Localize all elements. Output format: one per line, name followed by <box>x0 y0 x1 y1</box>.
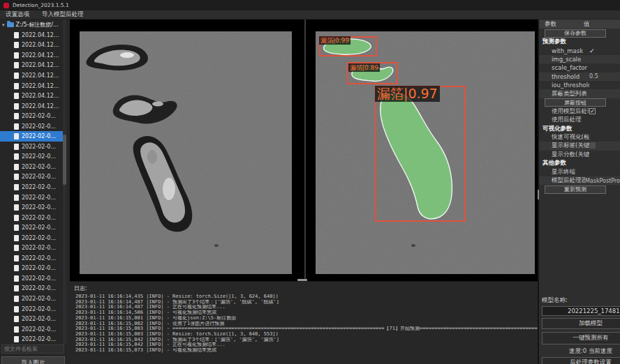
file-icon <box>14 306 19 312</box>
param-button-row: 保存参数 <box>539 29 620 38</box>
tree-item[interactable]: 2022.04.12... <box>0 70 63 81</box>
prediction-image-panel[interactable]: 漏箔|0.99 漏箔|0.89 漏箔|0.97 <box>316 31 535 274</box>
tree-item[interactable]: 2022-02-0... <box>0 233 63 243</box>
tree-item[interactable]: 2022-02-0... <box>0 172 63 183</box>
tree-item[interactable]: 2022-02-0... <box>0 294 63 304</box>
param-row[interactable]: with_mask✓ <box>539 46 620 54</box>
log-line: 2023-01-11 16:16:14,487 |INFO| - 预测出了3个结… <box>75 300 538 305</box>
param-label: with_mask <box>539 47 589 54</box>
file-icon <box>14 144 19 150</box>
file-icon <box>14 133 19 139</box>
log-line: 2023-01-11 16:16:14,487 |INFO| - 正在可视化预测… <box>75 305 538 310</box>
chevron-down-icon[interactable]: ▾ <box>2 22 5 28</box>
tree-item[interactable]: 2022-02-0... <box>0 273 63 284</box>
tree-item-label: 2022-02-0... <box>22 113 56 119</box>
tree-item[interactable]: 2022.04.12... <box>0 50 63 61</box>
param-section-header: 预测参数 <box>539 38 620 46</box>
param-checkbox[interactable]: ✓ <box>589 108 596 114</box>
param-label: img_scale <box>539 56 589 63</box>
param-label: 使用后处理 <box>539 116 589 124</box>
tree-item[interactable]: 2022-02-0... <box>0 314 63 324</box>
postprocess-settings-button[interactable]: 后处理参数设置 <box>542 357 620 364</box>
tree-item[interactable]: 2022-02-0... <box>0 111 63 121</box>
tree-item-label: 2022-02-0... <box>22 285 56 291</box>
tree-item[interactable]: 2022.04.12... <box>0 61 63 71</box>
tree-item[interactable]: 2022-02-0... <box>0 182 63 192</box>
tree-item[interactable]: 2022-02-0... <box>0 213 63 223</box>
folder-icon <box>7 22 14 27</box>
load-model-button[interactable]: 加载模型 <box>542 318 620 329</box>
param-row[interactable]: 显示终端 <box>539 167 620 176</box>
tree-item[interactable]: 2022-02-0... <box>0 222 63 233</box>
file-icon <box>14 245 19 251</box>
param-button[interactable]: 屏蔽按钮 <box>545 98 606 107</box>
menu-item[interactable]: 设置选项 <box>6 10 29 19</box>
tree-item[interactable]: 2022-02-0... <box>0 192 63 203</box>
original-image <box>80 31 292 274</box>
app-window: { "window": { "title": "Detection_2023.1… <box>0 0 620 364</box>
tree-item-label: 2022.04.12... <box>22 73 59 79</box>
predict-all-button[interactable]: 一键预测所有 <box>542 332 620 344</box>
tree-item[interactable]: 2022-02-0... <box>0 304 63 314</box>
param-value: MaskPostPro <box>585 178 620 184</box>
log-title: 日志: <box>74 285 538 292</box>
tree-item[interactable]: 2022-02-0... <box>0 253 63 264</box>
panel-divider <box>304 20 306 281</box>
import-images-button[interactable]: 导入图片 <box>1 356 65 364</box>
tree-item[interactable]: 2022.04.12... <box>0 30 63 40</box>
param-row[interactable]: 显示分数(关键点) <box>539 151 620 159</box>
param-row[interactable]: threshold0.5 <box>539 73 620 81</box>
param-row[interactable]: scale_factor <box>539 63 620 72</box>
tree-item[interactable]: 2022.04.12... <box>0 81 63 91</box>
menu-item[interactable]: 导入模型后处理 <box>42 10 84 19</box>
tree-item[interactable]: 2022-02-0... <box>0 324 63 335</box>
tree-item-label: 2022-02-0... <box>22 255 56 261</box>
param-row[interactable]: iou_threshold <box>539 81 620 89</box>
tree-item[interactable]: 2022.04.12... <box>0 101 63 112</box>
file-icon <box>14 83 19 89</box>
tree-item[interactable]: 2022-02-0... <box>0 334 63 344</box>
tree-item-label: 2022.04.12... <box>22 32 59 38</box>
sidebar-scrollbar-thumb[interactable] <box>63 135 66 185</box>
tree-item-label: 2022-02-0... <box>22 174 56 180</box>
sidebar-scrollbar[interactable] <box>63 20 66 344</box>
tree-item[interactable]: 2022-02-0... <box>0 284 63 294</box>
tree-item[interactable]: 2022.04.12... <box>0 40 63 51</box>
tree-item-label: 2022-02-0... <box>22 164 56 170</box>
tree-item[interactable]: 2022-02-0... <box>0 162 63 172</box>
param-button[interactable]: 重新预测 <box>545 185 606 194</box>
param-row[interactable]: 使用模型后处理✓ <box>539 107 620 116</box>
tree-item[interactable]: 2022-02-0... <box>0 202 63 213</box>
param-label: 模型后处理器 <box>539 176 585 185</box>
param-row[interactable]: 使用后处理 <box>539 116 620 124</box>
tree-item[interactable]: 2022-02-0... <box>0 264 63 274</box>
tree-root-label: Z:/5-标注数据/... <box>16 21 59 29</box>
file-icon <box>14 123 19 130</box>
param-row[interactable]: img_scale <box>539 55 620 63</box>
tree-root-item[interactable]: ▾ Z:/5-标注数据/... <box>0 20 63 30</box>
tree-item[interactable]: 2022-02-0... <box>0 131 63 142</box>
file-tree[interactable]: ▾ Z:/5-标注数据/... 2022.04.12...2022.04.12.… <box>0 20 63 344</box>
param-row[interactable]: 快速可视化(检测) <box>539 133 620 142</box>
tree-item[interactable]: 2022.04.12... <box>0 91 63 101</box>
search-input[interactable] <box>1 344 64 354</box>
param-checkbox[interactable] <box>589 142 596 149</box>
param-button[interactable]: 保存参数 <box>545 29 606 38</box>
log-line: 2023-01-11 16:16:15,001 |INFO| - 可视化json… <box>75 316 538 321</box>
tree-item[interactable]: 2022-02-0... <box>0 142 63 152</box>
param-section-header: 其他参数 <box>539 159 620 167</box>
tree-item-label: 2022-02-0... <box>22 296 56 302</box>
file-icon <box>14 113 19 119</box>
tree-item[interactable]: 2022-02-0... <box>0 121 63 132</box>
tree-item[interactable]: 2022-02-0... <box>0 243 63 253</box>
file-icon <box>14 204 19 211</box>
file-icon <box>14 255 19 261</box>
original-image-panel[interactable] <box>80 31 292 274</box>
param-row[interactable]: 显示标签(关键点) <box>539 142 620 150</box>
param-row[interactable]: 屏蔽类型列表 <box>539 89 620 98</box>
tree-item[interactable]: 2022-02-0... <box>0 152 63 162</box>
tree-item-label: 2022-02-0... <box>22 275 56 282</box>
tree-item-label: 2022-02-0... <box>22 225 56 231</box>
tree-item-label: 2022-02-0... <box>22 326 56 333</box>
param-row[interactable]: 模型后处理器MaskPostPro <box>539 176 620 185</box>
